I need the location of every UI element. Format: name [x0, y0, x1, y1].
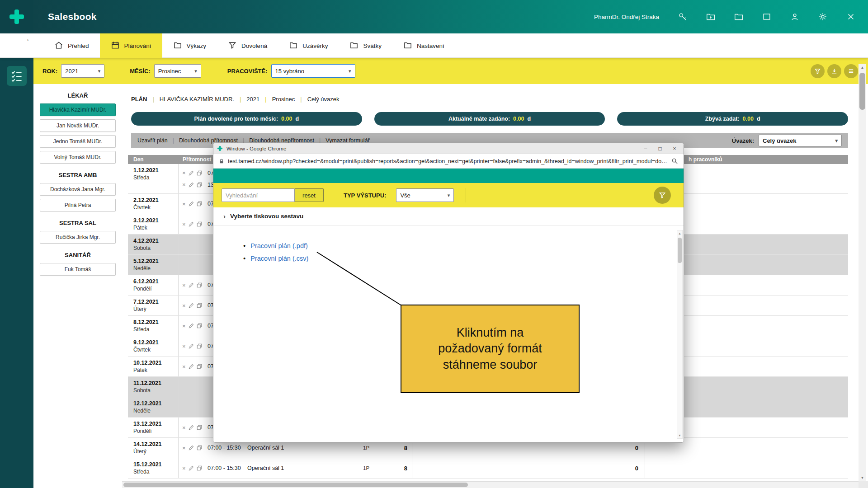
menu-button[interactable] [844, 64, 858, 78]
key-icon[interactable] [677, 11, 688, 22]
download-button[interactable] [827, 64, 841, 78]
zoom-icon[interactable] [671, 158, 678, 164]
horizontal-scrollbar[interactable] [122, 481, 868, 488]
edit-icon[interactable] [189, 445, 194, 450]
user-icon[interactable] [789, 11, 800, 22]
copy-icon[interactable] [197, 425, 202, 430]
row-actions: × [182, 364, 205, 370]
scroll-up-arrow[interactable]: ▲ [677, 230, 682, 236]
workplace-select[interactable]: 15 vybráno ▾ [271, 64, 355, 78]
staff-item[interactable]: Jan Novák MUDr. [40, 119, 116, 132]
popup-address-bar[interactable]: test.tamed.cz/window.php?checked=&modul=… [213, 154, 684, 169]
edit-icon[interactable] [189, 282, 194, 288]
report-link-csv[interactable]: Pracovní plán (.csv) [250, 255, 308, 262]
tab-svatky[interactable]: Svátky [339, 33, 392, 58]
edit-icon[interactable] [189, 364, 194, 369]
copy-icon[interactable] [197, 364, 202, 369]
tab-uzaverky[interactable]: Uzávěrky [278, 33, 339, 58]
edit-icon[interactable] [189, 170, 194, 176]
collapse-arrow[interactable]: → [24, 35, 30, 42]
checklist-button[interactable] [7, 66, 27, 86]
horizontal-scrollbar-thumb[interactable] [123, 483, 468, 487]
value-cell: 0 [412, 458, 645, 478]
close-window-button[interactable]: × [667, 144, 682, 154]
filter-button[interactable] [811, 64, 825, 78]
entry-badge: 1P [363, 465, 369, 471]
delete-icon[interactable]: × [182, 323, 186, 329]
popup-titlebar[interactable]: Window - Google Chrome – □ × [213, 143, 684, 154]
delete-icon[interactable]: × [182, 182, 186, 188]
staff-item[interactable]: Volný Tomáš MUDr. [40, 151, 116, 164]
copy-icon[interactable] [197, 201, 202, 206]
folder-export-icon[interactable] [705, 11, 716, 22]
breadcrumb: PLÁN HLAVIČKA KAZIMÍR MUDR. 2021 Prosine… [131, 96, 344, 103]
popup-scrollbar-thumb[interactable] [678, 238, 682, 263]
edit-icon[interactable] [189, 182, 194, 188]
tab-prehled[interactable]: Přehled [43, 33, 100, 58]
copy-icon[interactable] [197, 343, 202, 349]
scroll-up-arrow[interactable]: ▲ [859, 64, 866, 71]
popup-scrollbar[interactable]: ▲ ▼ [677, 230, 683, 439]
vertical-scrollbar-thumb[interactable] [859, 73, 865, 110]
close-icon[interactable] [845, 11, 856, 22]
output-type-label: TYP VÝSTUPU: [344, 192, 386, 199]
delete-icon[interactable]: × [182, 170, 186, 176]
delete-icon[interactable]: × [182, 364, 186, 370]
folder-icon[interactable] [733, 11, 744, 22]
edit-icon[interactable] [189, 343, 194, 349]
delete-icon[interactable]: × [182, 425, 186, 431]
output-type-select[interactable]: Vše ▾ [396, 188, 454, 202]
staff-item[interactable]: Pilná Petra [40, 199, 116, 211]
vertical-scrollbar[interactable]: ▲ ▼ [859, 64, 866, 481]
row-actions: × [182, 303, 205, 309]
copy-icon[interactable] [197, 445, 202, 450]
minimize-button[interactable]: – [638, 144, 653, 154]
search-input[interactable] [222, 188, 295, 202]
delete-icon[interactable]: × [182, 445, 186, 451]
edit-icon[interactable] [189, 303, 194, 308]
staff-item[interactable]: Docházková Jana Mgr. [40, 183, 116, 196]
close-plan-link[interactable]: Uzavřít plán [137, 137, 168, 144]
copy-icon[interactable] [197, 465, 202, 471]
tab-planovani[interactable]: Plánování [100, 33, 162, 58]
delete-icon[interactable]: × [182, 282, 186, 288]
copy-icon[interactable] [197, 182, 202, 188]
copy-icon[interactable] [197, 303, 202, 308]
year-select[interactable]: 2021 ▾ [61, 64, 104, 78]
staff-item[interactable]: Fuk Tomáš [40, 263, 116, 276]
home-icon [54, 41, 63, 51]
month-select[interactable]: Prosinec ▾ [154, 64, 201, 78]
copy-icon[interactable] [197, 323, 202, 328]
popup-filter-button[interactable] [654, 187, 671, 204]
workload-select[interactable]: Celý úvazek ▾ [759, 135, 842, 146]
edit-icon[interactable] [189, 465, 194, 471]
maximize-button[interactable]: □ [653, 144, 667, 154]
delete-icon[interactable]: × [182, 343, 186, 349]
report-section-header[interactable]: › Vyberte tiskovou sestavu [213, 207, 684, 225]
copy-icon[interactable] [197, 170, 202, 176]
edit-icon[interactable] [189, 323, 194, 328]
reset-button[interactable]: reset [295, 188, 324, 202]
gear-icon[interactable] [817, 11, 828, 22]
delete-icon[interactable]: × [182, 201, 186, 207]
edit-icon[interactable] [189, 201, 194, 206]
window-icon[interactable] [761, 11, 772, 22]
edit-icon[interactable] [189, 221, 194, 227]
tab-dovolena[interactable]: Dovolená [217, 33, 278, 58]
copy-icon[interactable] [197, 221, 202, 227]
row-actions: × [182, 282, 205, 288]
scroll-down-arrow[interactable]: ▼ [677, 432, 682, 438]
staff-item[interactable]: Jedno Tomáš MUDr. [40, 135, 116, 148]
report-link-pdf[interactable]: Pracovní plán (.pdf) [250, 242, 308, 249]
tab-vykazy[interactable]: Výkazy [162, 33, 217, 58]
copy-icon[interactable] [197, 282, 202, 288]
tab-nastaveni[interactable]: Nastavení [392, 33, 455, 58]
app-screen: Salesbook PharmDr. Ondřej Straka → Přehl… [0, 0, 868, 488]
delete-icon[interactable]: × [182, 221, 186, 227]
scroll-down-arrow[interactable]: ▼ [859, 474, 866, 481]
staff-item[interactable]: Ručička Jirka Mgr. [40, 231, 116, 244]
staff-item[interactable]: Hlavička Kazimír MUDr. [40, 103, 116, 116]
delete-icon[interactable]: × [182, 465, 186, 471]
delete-icon[interactable]: × [182, 303, 186, 309]
edit-icon[interactable] [189, 425, 194, 430]
